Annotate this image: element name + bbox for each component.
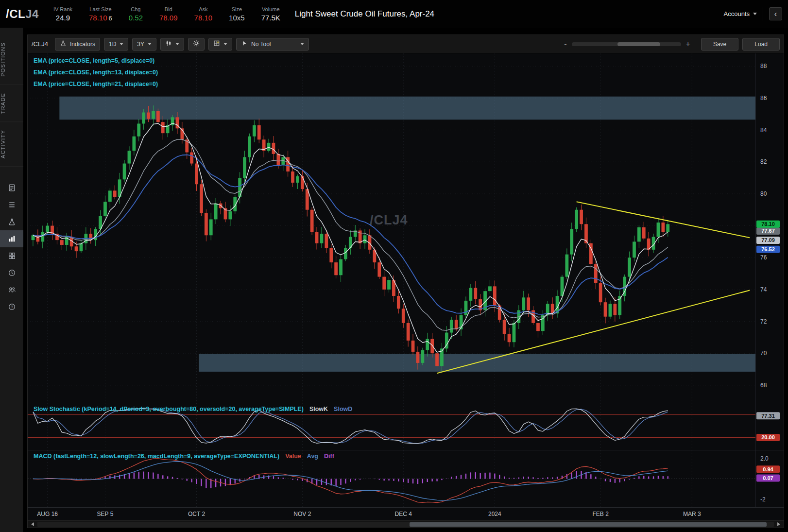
time-axis-label: 2024 bbox=[488, 511, 501, 517]
time-axis: AUG 16SEP 5OCT 2NOV 2DEC 42024FEB 2MAR 3 bbox=[28, 508, 784, 520]
scroll-right-button[interactable] bbox=[775, 522, 782, 527]
header-stat: Chg0.52 bbox=[129, 6, 143, 22]
range-dropdown[interactable]: 3Y bbox=[132, 38, 156, 51]
cursor-icon bbox=[241, 40, 248, 48]
stat-value-size: 6 bbox=[109, 15, 112, 22]
chevron-left-icon: ‹ bbox=[774, 10, 777, 18]
macd-pane: 2.0-20.940.07 MACD (fastLength=12, slowL… bbox=[28, 450, 784, 508]
stat-label: IV Rank bbox=[53, 6, 72, 12]
chart-toolbar: /CLJ4 Indicators 1D 3Y bbox=[28, 35, 784, 53]
indicators-button[interactable]: Indicators bbox=[55, 38, 100, 51]
sidebar-tab-activity[interactable]: ACTIVITY bbox=[0, 122, 23, 167]
header-stat: IV Rank24.9 bbox=[53, 6, 72, 22]
stat-value: 78.106 bbox=[89, 14, 112, 22]
header-stats: IV Rank24.9Last Size78.106Chg0.52Bid78.0… bbox=[53, 6, 280, 22]
time-axis-label: NOV 2 bbox=[293, 511, 311, 517]
chart-icon[interactable] bbox=[0, 230, 23, 247]
triangle-left-icon bbox=[31, 522, 34, 526]
zoom-slider[interactable] bbox=[572, 42, 681, 46]
sidebar-tab-trade[interactable]: TRADE bbox=[0, 85, 23, 122]
header-divider bbox=[763, 7, 763, 21]
study-label-1[interactable]: EMA (price=CLOSE, length=5, displace=0) bbox=[34, 57, 158, 64]
chart-style-dropdown[interactable] bbox=[160, 38, 184, 51]
stat-label: Bid bbox=[165, 6, 172, 12]
svg-text:84: 84 bbox=[760, 127, 767, 134]
history-icon[interactable] bbox=[0, 264, 23, 281]
svg-text:77.67: 77.67 bbox=[761, 228, 775, 234]
accounts-dropdown[interactable]: Accounts bbox=[724, 10, 757, 17]
stat-label: Ask bbox=[199, 6, 207, 12]
plot-label-slowk[interactable]: SlowK bbox=[309, 406, 328, 412]
stat-value: 78.10 bbox=[194, 14, 213, 22]
plot-label-diff[interactable]: Diff bbox=[324, 453, 334, 460]
chart-settings-button[interactable] bbox=[188, 38, 205, 51]
svg-text:-2: -2 bbox=[760, 496, 766, 503]
scroll-left-button[interactable] bbox=[29, 522, 36, 527]
study-labels: EMA (price=CLOSE, length=5, displace=0)E… bbox=[34, 57, 158, 87]
svg-text:78.10: 78.10 bbox=[761, 221, 775, 227]
zoom-out-button[interactable]: - bbox=[564, 40, 566, 49]
svg-text:0.94: 0.94 bbox=[763, 466, 773, 472]
svg-text:77.09: 77.09 bbox=[761, 237, 775, 243]
community-icon[interactable] bbox=[0, 281, 23, 298]
watchlist-icon[interactable] bbox=[0, 196, 23, 213]
study-label-2[interactable]: EMA (price=CLOSE, length=13, displace=0) bbox=[34, 69, 158, 76]
layout-grid-dropdown[interactable] bbox=[208, 38, 232, 51]
plot-label-avg[interactable]: Avg bbox=[307, 453, 318, 460]
flask-icon bbox=[60, 40, 67, 48]
stat-value: 10x5 bbox=[229, 14, 245, 22]
horizontal-scrollbar[interactable] bbox=[28, 520, 784, 528]
svg-text:77.31: 77.31 bbox=[761, 413, 775, 419]
stat-value-main: 78.09 bbox=[159, 14, 178, 22]
sidebar-tabs: POSITIONSTRADEACTIVITY bbox=[0, 34, 23, 167]
study-label-3[interactable]: EMA (price=CLOSE, length=21, displace=0) bbox=[34, 81, 158, 87]
flask-icon[interactable] bbox=[0, 213, 23, 230]
svg-text:74: 74 bbox=[760, 286, 767, 293]
time-axis-label: OCT 2 bbox=[188, 511, 205, 517]
zoom-in-button[interactable]: + bbox=[686, 40, 690, 49]
help-icon[interactable]: ? bbox=[0, 298, 23, 315]
symbol-month: J4 bbox=[25, 7, 39, 20]
stat-label: Volume bbox=[262, 6, 280, 12]
stat-label: Size bbox=[232, 6, 242, 12]
chevron-down-icon bbox=[120, 43, 123, 45]
plot-label-value[interactable]: Value bbox=[285, 453, 301, 460]
zoom-slider-thumb[interactable] bbox=[617, 42, 660, 46]
stoch-study-label[interactable]: Slow Stochastic (kPeriod=14, dPeriod=3, … bbox=[34, 406, 304, 412]
load-button[interactable]: Load bbox=[742, 38, 780, 51]
triangle-right-icon bbox=[777, 522, 780, 526]
price-chart-canvas[interactable]: 8886848280787674727068/CLJ476.5277.0977.… bbox=[28, 53, 784, 403]
calculator-icon[interactable] bbox=[0, 179, 23, 196]
scrollbar-thumb[interactable] bbox=[410, 522, 767, 527]
time-axis-label: AUG 16 bbox=[37, 511, 58, 517]
range-value: 3Y bbox=[137, 41, 144, 48]
svg-text:/CLJ4: /CLJ4 bbox=[370, 213, 408, 227]
drawing-tool-dropdown[interactable]: No Tool bbox=[236, 38, 309, 51]
stoch-label-row: Slow Stochastic (kPeriod=14, dPeriod=3, … bbox=[34, 406, 352, 412]
svg-text:88: 88 bbox=[760, 63, 767, 69]
svg-text:80: 80 bbox=[760, 190, 767, 197]
header-stat: Volume77.5K bbox=[261, 6, 280, 22]
chevron-down-icon bbox=[300, 43, 304, 45]
macd-study-label[interactable]: MACD (fastLength=12, slowLength=26, macd… bbox=[34, 453, 279, 460]
sidebar-tab-positions[interactable]: POSITIONS bbox=[0, 34, 23, 85]
stat-label: Last Size bbox=[89, 6, 111, 12]
save-button[interactable]: Save bbox=[701, 38, 738, 51]
svg-text:20.00: 20.00 bbox=[761, 434, 775, 440]
candlestick-icon bbox=[165, 40, 172, 48]
gear-icon bbox=[193, 40, 200, 48]
header-stat: Ask78.10 bbox=[194, 6, 213, 22]
svg-text:72: 72 bbox=[760, 318, 767, 325]
stat-value-main: 78.10 bbox=[194, 14, 213, 22]
grid-icon[interactable] bbox=[0, 247, 23, 264]
plot-label-slowd[interactable]: SlowD bbox=[334, 406, 352, 412]
timeframe-value: 1D bbox=[109, 41, 116, 48]
collapse-panel-button[interactable]: ‹ bbox=[769, 7, 782, 20]
time-axis-label: SEP 5 bbox=[97, 511, 114, 517]
svg-text:2.0: 2.0 bbox=[760, 455, 769, 462]
timeframe-dropdown[interactable]: 1D bbox=[104, 38, 128, 51]
scrollbar-track[interactable] bbox=[37, 522, 774, 527]
svg-text:0.07: 0.07 bbox=[763, 475, 773, 481]
stat-value-main: 78.10 bbox=[89, 14, 107, 22]
stat-label: Chg bbox=[131, 6, 140, 12]
